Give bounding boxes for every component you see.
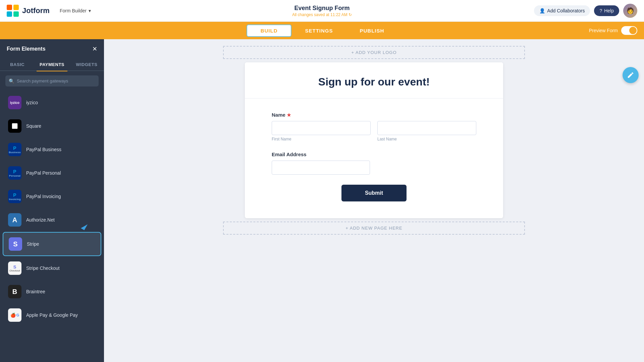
top-header: Jotform Form Builder ▾ Event Signup Form… (0, 0, 644, 22)
list-item[interactable]: 🍎G Apple Pay & Google Pay (3, 304, 101, 326)
sidebar: Form Elements ✕ BASIC PAYMENTS WIDGETS 🔍… (0, 39, 104, 362)
email-label: Email Address (272, 152, 476, 157)
sidebar-close-button[interactable]: ✕ (92, 45, 97, 53)
floating-action-button[interactable] (623, 67, 639, 83)
authorize-label: Authorize.Net (26, 217, 55, 223)
help-button[interactable]: ? Help (594, 5, 619, 16)
add-page-banner[interactable]: + ADD NEW PAGE HERE (223, 222, 525, 235)
sidebar-tabs: BASIC PAYMENTS WIDGETS (0, 59, 104, 71)
refresh-icon: ↻ (348, 12, 352, 17)
payment-list: iyzico iyzico Square P Business PayPal B… (0, 90, 104, 362)
add-collaborators-button[interactable]: 👤 Add Collaborators (534, 5, 590, 16)
logo-text: Jotform (22, 6, 50, 15)
sidebar-tab-widgets[interactable]: WIDGETS (69, 59, 104, 70)
sidebar-tab-payments[interactable]: PAYMENTS (35, 59, 69, 70)
authorize-logo: A (8, 213, 21, 227)
form-title: Event Signup Form (292, 5, 352, 12)
form-card-header: Sign up for our event! (245, 62, 503, 99)
braintree-logo: B (8, 285, 21, 298)
add-collaborators-label: Add Collaborators (547, 8, 585, 13)
preview-toggle-area: Preview Form (589, 26, 637, 35)
list-item[interactable]: P Business PayPal Business (3, 138, 101, 161)
paypal-inv-logo: P Invoicing (8, 190, 21, 203)
stripe-logo: S (9, 237, 22, 251)
email-input[interactable] (272, 161, 370, 175)
first-name-input[interactable] (272, 121, 371, 135)
name-label: Name ★ (272, 112, 476, 118)
submit-button[interactable]: Submit (341, 185, 407, 201)
tab-publish[interactable]: PUBLISH (346, 25, 398, 36)
stripe-checkout-label: Stripe Checkout (26, 265, 60, 271)
square-label: Square (26, 123, 41, 129)
question-icon: ? (599, 8, 602, 13)
preview-toggle-switch[interactable] (621, 26, 637, 35)
search-wrapper: 🔍 (5, 75, 99, 86)
canvas-area: + ADD YOUR LOGO Sign up for our event! N… (104, 39, 644, 362)
last-name-input[interactable] (377, 121, 476, 135)
tab-build[interactable]: BUILD (247, 24, 292, 37)
square-logo (8, 119, 21, 133)
submit-area: Submit (272, 185, 476, 201)
pencil-icon (627, 71, 634, 79)
logo-area: Jotform Form Builder ▾ (7, 5, 91, 17)
svg-rect-3 (13, 11, 19, 17)
paypal-per-label: PayPal Personal (26, 170, 61, 176)
list-item[interactable]: B Braintree (3, 280, 101, 303)
form-card: Sign up for our event! Name ★ First Name (245, 62, 503, 218)
header-right: 👤 Add Collaborators ? Help 🧑 (534, 4, 637, 18)
form-builder-button[interactable]: Form Builder ▾ (60, 8, 91, 13)
svg-rect-0 (7, 5, 12, 10)
applepay-logo: 🍎G (8, 308, 21, 322)
list-item[interactable]: S Stripe (3, 232, 101, 256)
required-star: ★ (287, 112, 291, 118)
list-item[interactable]: P Personal PayPal Personal (3, 162, 101, 184)
search-box: 🔍 (0, 71, 104, 90)
sidebar-title: Form Elements (7, 46, 46, 52)
form-title-area: Event Signup Form All changes saved at 1… (292, 5, 352, 17)
sidebar-header: Form Elements ✕ (0, 39, 104, 59)
iyzico-logo: iyzico (8, 96, 21, 109)
save-status-text: All changes saved at 11:22 AM (292, 12, 347, 17)
toggle-knob (629, 27, 637, 34)
stripe-label: Stripe (27, 241, 39, 247)
avatar[interactable]: 🧑 (623, 4, 637, 18)
iyzico-label: iyzico (26, 100, 38, 105)
list-item[interactable]: A Authorize.Net (3, 208, 101, 231)
preview-form-label: Preview Form (589, 28, 618, 33)
search-icon: 🔍 (9, 78, 14, 84)
svg-rect-1 (13, 5, 19, 10)
sidebar-tab-basic[interactable]: BASIC (0, 59, 35, 70)
jotform-logo-icon (7, 5, 19, 17)
user-plus-icon: 👤 (539, 8, 545, 13)
svg-rect-4 (12, 123, 18, 129)
search-input[interactable] (5, 75, 99, 86)
first-name-field: First Name (272, 121, 371, 141)
main-content: Form Elements ✕ BASIC PAYMENTS WIDGETS 🔍… (0, 39, 644, 362)
list-item[interactable]: Square (3, 115, 101, 137)
email-field-group: Email Address (272, 152, 476, 175)
list-item[interactable]: iyzico iyzico (3, 91, 101, 114)
last-name-field: Last Name (377, 121, 476, 141)
paypal-per-logo: P Personal (8, 166, 21, 180)
braintree-label: Braintree (26, 289, 45, 294)
list-item[interactable]: P Invoicing PayPal Invoicing (3, 185, 101, 208)
applepay-label: Apple Pay & Google Pay (26, 312, 78, 318)
paypal-biz-label: PayPal Business (26, 147, 61, 152)
first-name-sublabel: First Name (272, 137, 371, 141)
paypal-inv-label: PayPal Invoicing (26, 194, 61, 199)
form-builder-label: Form Builder (60, 8, 87, 13)
last-name-sublabel: Last Name (377, 137, 476, 141)
svg-rect-2 (7, 11, 12, 17)
save-status: All changes saved at 11:22 AM ↻ (292, 12, 352, 17)
paypal-biz-logo: P Business (8, 143, 21, 156)
tab-bar: BUILD SETTINGS PUBLISH Preview Form (0, 22, 644, 39)
list-item[interactable]: S Checkout Stripe Checkout (3, 257, 101, 280)
avatar-image: 🧑 (623, 4, 637, 18)
form-card-body: Name ★ First Name Last Name (245, 99, 503, 218)
chevron-down-icon: ▾ (89, 8, 91, 13)
name-field-group: Name ★ First Name Last Name (272, 112, 476, 141)
name-fields: First Name Last Name (272, 121, 476, 141)
tab-settings[interactable]: SETTINGS (291, 25, 346, 36)
add-logo-banner[interactable]: + ADD YOUR LOGO (223, 46, 525, 59)
form-card-title: Sign up for our event! (272, 76, 476, 88)
